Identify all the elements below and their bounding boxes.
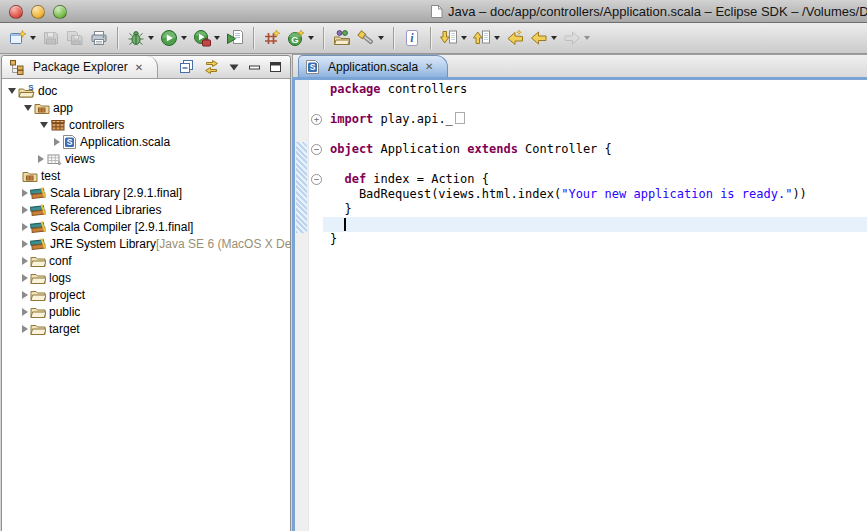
dropdown-arrow-icon[interactable] xyxy=(551,36,557,40)
tree-item-referenced-libraries[interactable]: Referenced Libraries xyxy=(2,201,290,218)
code-editor[interactable]: package controllersimport play.api._obje… xyxy=(323,80,867,531)
editor-area: S Application.scala package controllersi… xyxy=(292,54,867,531)
code-line[interactable]: package controllers xyxy=(323,82,867,97)
run-button[interactable] xyxy=(157,28,190,48)
collapse-arrow-icon[interactable] xyxy=(22,105,34,111)
run-external-button[interactable] xyxy=(190,28,223,48)
expand-arrow-icon[interactable] xyxy=(22,189,30,197)
tree-item-application-scala[interactable]: SApplication.scala xyxy=(2,133,290,150)
print-icon xyxy=(90,29,108,47)
window-titlebar[interactable]: Java – doc/app/controllers/Application.s… xyxy=(0,0,867,23)
expand-arrow-icon[interactable] xyxy=(22,291,30,299)
tree-item-scala-library-2-9-1-final[interactable]: Scala Library [2.9.1.final] xyxy=(2,184,290,201)
new-java-project-button[interactable] xyxy=(260,28,284,48)
folding-bar[interactable] xyxy=(308,80,323,531)
close-window-button[interactable] xyxy=(9,5,23,19)
dropdown-arrow-icon[interactable] xyxy=(30,36,36,40)
new-wizard-g-button[interactable]: G xyxy=(284,28,317,48)
library-icon xyxy=(30,219,47,235)
tree-item-controllers[interactable]: controllers xyxy=(2,116,290,133)
expand-arrow-icon[interactable] xyxy=(54,138,62,146)
info-button[interactable]: i xyxy=(400,28,424,48)
tree-item-project[interactable]: project xyxy=(2,286,290,303)
debug-icon xyxy=(127,29,145,47)
expand-arrow-icon[interactable] xyxy=(22,325,30,333)
zoom-window-button[interactable] xyxy=(53,5,67,19)
code-line[interactable]: object Application extends Controller { xyxy=(323,142,867,157)
next-annotation-button[interactable] xyxy=(437,28,470,48)
code-line[interactable]: } xyxy=(323,202,867,217)
dropdown-arrow-icon[interactable] xyxy=(461,36,467,40)
view-menu-button[interactable] xyxy=(228,62,240,72)
expand-arrow-icon[interactable] xyxy=(22,308,30,316)
expand-arrow-icon[interactable] xyxy=(22,223,30,231)
dropdown-arrow-icon[interactable] xyxy=(584,36,590,40)
tree-item-scala-compiler-2-9-1-final[interactable]: Scala Compiler [2.9.1.final] xyxy=(2,218,290,235)
code-line[interactable] xyxy=(323,157,867,172)
code-line[interactable] xyxy=(323,127,867,142)
code-line[interactable]: BadRequest(views.html.index("Your new ap… xyxy=(323,187,867,202)
new-java-project-icon xyxy=(263,29,281,47)
minimize-button[interactable] xyxy=(248,62,261,73)
print-button[interactable] xyxy=(87,28,111,48)
code-line[interactable]: import play.api._ xyxy=(323,112,867,127)
tree-item-jre-system-library[interactable]: JRE System Library [Java SE 6 (MacOS X D… xyxy=(2,235,290,252)
back-button[interactable] xyxy=(527,28,560,48)
collapse-fold-icon[interactable] xyxy=(311,174,322,185)
tree-item-label: public xyxy=(49,305,80,319)
dropdown-arrow-icon[interactable] xyxy=(494,36,500,40)
tree-item-doc[interactable]: Sdoc xyxy=(2,82,290,99)
maximize-icon xyxy=(269,61,282,73)
annotation-ruler[interactable] xyxy=(295,80,308,531)
tree-item-label: conf xyxy=(49,254,72,268)
toolbar-separator xyxy=(323,27,324,49)
maximize-button[interactable] xyxy=(269,61,282,73)
tree-item-logs[interactable]: logs xyxy=(2,269,290,286)
dropdown-arrow-icon[interactable] xyxy=(181,36,187,40)
code-line[interactable] xyxy=(323,97,867,112)
tree-item-test[interactable]: test xyxy=(2,167,290,184)
tree-item-public[interactable]: public xyxy=(2,303,290,320)
link-with-editor-button[interactable] xyxy=(203,59,220,75)
close-view-icon[interactable] xyxy=(135,62,143,73)
scala-file-icon: S xyxy=(62,134,77,150)
collapse-fold-icon[interactable] xyxy=(311,144,322,155)
expand-arrow-icon[interactable] xyxy=(38,155,46,163)
open-type-button[interactable] xyxy=(330,28,354,48)
dropdown-arrow-icon[interactable] xyxy=(148,36,154,40)
minimize-window-button[interactable] xyxy=(31,5,45,19)
last-edit-location-button[interactable] xyxy=(503,28,527,48)
collapse-arrow-icon[interactable] xyxy=(38,122,50,128)
debug-button[interactable] xyxy=(124,28,157,48)
folded-region-box[interactable] xyxy=(455,112,465,124)
previous-annotation-button[interactable] xyxy=(470,28,503,48)
editor-tab-application-scala[interactable]: S Application.scala xyxy=(298,55,448,77)
expand-arrow-icon[interactable] xyxy=(22,206,30,214)
package-explorer-tab[interactable]: Package Explorer xyxy=(2,56,158,78)
current-line[interactable] xyxy=(323,217,867,232)
toolbar-separator xyxy=(393,27,394,49)
code-line[interactable]: def index = Action { xyxy=(323,172,867,187)
expand-fold-icon[interactable] xyxy=(311,114,322,125)
dropdown-arrow-icon[interactable] xyxy=(214,36,220,40)
toolbar-separator xyxy=(430,27,431,49)
collapse-arrow-icon[interactable] xyxy=(6,88,18,94)
tree-item-app[interactable]: app xyxy=(2,99,290,116)
expand-arrow-icon[interactable] xyxy=(22,274,30,282)
tree-item-label: test xyxy=(41,169,60,183)
collapse-all-button[interactable] xyxy=(179,59,195,75)
tree-item-views[interactable]: views xyxy=(2,150,290,167)
new-wizard-button[interactable] xyxy=(6,28,39,48)
tree-item-target[interactable]: target xyxy=(2,320,290,337)
search-button[interactable] xyxy=(354,28,387,48)
expand-arrow-icon[interactable] xyxy=(22,240,30,248)
dropdown-arrow-icon[interactable] xyxy=(378,36,384,40)
project-tree[interactable]: SdocappcontrollersSApplication.scalaview… xyxy=(2,79,290,531)
save-icon xyxy=(42,29,60,47)
close-editor-icon[interactable] xyxy=(425,61,433,72)
run-last-button[interactable] xyxy=(223,28,247,48)
dropdown-arrow-icon[interactable] xyxy=(308,36,314,40)
expand-arrow-icon[interactable] xyxy=(22,257,30,265)
code-line[interactable]: } xyxy=(323,232,867,247)
tree-item-conf[interactable]: conf xyxy=(2,252,290,269)
